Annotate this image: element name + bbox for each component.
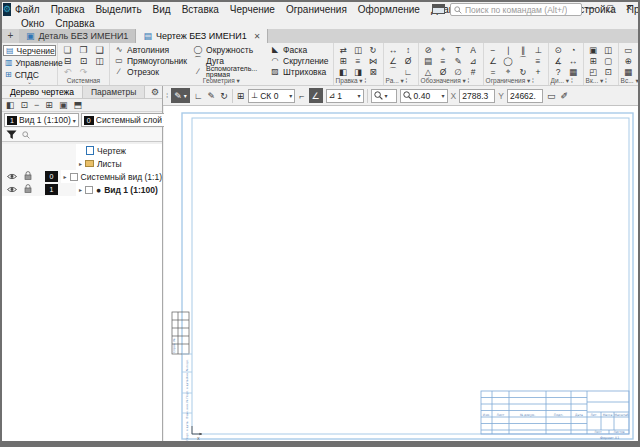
drag-handle-icon[interactable]: ⁞ <box>166 91 168 100</box>
ribbon-tool-icon[interactable]: ▦ <box>624 67 632 77</box>
menu-item-Окно[interactable]: Окно <box>21 18 44 29</box>
group-label[interactable]: Вк... ▾ ⁞ <box>584 77 618 85</box>
new-document-icon[interactable]: ❏ <box>63 45 71 55</box>
tree-row[interactable]: ▸Листы <box>2 157 162 170</box>
ribbon-tool-icon[interactable]: ⊠ <box>370 67 377 77</box>
gear-icon[interactable]: ⚙ <box>151 86 162 98</box>
document-tab[interactable]: ▤Чертеж БЕЗ ИМЕНИ1✕ <box>136 29 268 43</box>
ribbon-tool-icon[interactable]: ◫ <box>604 45 612 55</box>
expand-icon[interactable]: ▸ <box>79 160 82 167</box>
ribbon-tool-icon[interactable]: ≡ <box>356 56 361 66</box>
ribbon-tool-icon[interactable]: ↻ <box>370 45 377 55</box>
grid-icon[interactable]: ⊞ <box>236 91 246 101</box>
window-layout-icon[interactable] <box>432 4 445 14</box>
menu-item-Выделить[interactable]: Выделить <box>95 4 141 15</box>
menu-item-Справка[interactable]: Справка <box>55 18 94 29</box>
ribbon-tool-icon[interactable]: ∥ <box>521 45 525 55</box>
filter-icon[interactable] <box>6 130 17 140</box>
ribbon-tool-icon[interactable]: ∠ <box>389 56 397 66</box>
group-label[interactable]: Ди... ▾ ⁞ <box>549 77 583 85</box>
ribbon-tool-icon[interactable]: ✎ <box>455 56 462 66</box>
ribbon-tool-icon[interactable]: ∣ <box>506 45 510 55</box>
ribbon-tool-icon[interactable]: ? <box>556 67 561 77</box>
menu-item-Черчение[interactable]: Черчение <box>230 4 275 15</box>
ribbon-collapse-icon[interactable]: ⌄ <box>2 78 57 85</box>
ribbon-tool-icon[interactable]: ⊘ <box>425 45 432 55</box>
search-icon[interactable] <box>22 131 30 139</box>
tool-construction-line[interactable]: ∕Вспомогатель... прямая <box>191 66 266 77</box>
expand-all-icon[interactable]: ⊡ <box>21 100 29 110</box>
ribbon-tool-icon[interactable]: ⋈ <box>369 56 378 66</box>
expand-icon[interactable]: ▸ <box>64 173 67 180</box>
ribbon-tool-icon[interactable]: ◫ <box>354 45 362 55</box>
close-tab-icon[interactable]: ✕ <box>254 32 261 41</box>
ortho-mode-button[interactable]: ∠ <box>309 88 323 103</box>
group-icon[interactable]: ⊞ <box>45 100 53 110</box>
group-label[interactable]: Правка ▾ ⁞ <box>334 77 383 85</box>
ribbon-tool-icon[interactable]: Ø <box>405 56 412 66</box>
ribbon-tool-icon[interactable]: ↔ <box>569 56 578 66</box>
ribbon-tool-icon[interactable]: = <box>491 67 496 77</box>
line-style-icon[interactable]: − <box>34 100 39 110</box>
ribbon-tool-icon[interactable]: △ <box>425 67 432 77</box>
properties-icon[interactable]: ◫ <box>95 56 104 66</box>
ribbon-tab-Черчение[interactable]: ▤Черчение <box>3 45 56 56</box>
ribbon-tool-icon[interactable]: ▣ <box>589 45 597 55</box>
corner-mode-icon[interactable]: ⌐ <box>298 91 305 101</box>
ribbon-tool-icon[interactable]: ⊙ <box>555 45 562 55</box>
ribbon-tool-icon[interactable]: ↻ <box>520 67 527 77</box>
ribbon-tool-icon[interactable]: ⌒ <box>389 66 398 78</box>
frame-select-icon[interactable]: ▭ <box>546 91 557 101</box>
ribbon-tool-icon[interactable]: ≡ <box>536 56 541 66</box>
ribbon-tool-icon[interactable]: ◧ <box>339 67 347 77</box>
tree-item[interactable]: ▸Листы <box>76 159 122 169</box>
ribbon-tool-icon[interactable]: ◨ <box>354 67 362 77</box>
menu-item-Правка[interactable]: Правка <box>51 4 85 15</box>
ribbon-tool-icon[interactable]: ◯ <box>503 56 513 66</box>
layer-selector[interactable]: 0 Системный слой ▾ <box>81 113 170 127</box>
ribbon-tool-icon[interactable]: ◔ <box>571 45 576 55</box>
ribbon-tool-icon[interactable]: ∟ <box>404 67 412 77</box>
menu-item-Вставка[interactable]: Вставка <box>182 4 219 15</box>
ribbon-tool-icon[interactable]: ⌖ <box>506 66 511 77</box>
thumbnail-icon[interactable]: ▣ <box>59 100 68 110</box>
undo-icon[interactable]: ↶ <box>64 67 72 77</box>
tool-autoline[interactable]: ∿Автолиния <box>112 44 189 55</box>
ribbon-tool-icon[interactable]: ↔ <box>389 45 398 55</box>
menu-item-Оформление[interactable]: Оформление <box>358 4 420 15</box>
panel-tab-Дерево чертежа[interactable]: Дерево чертежа <box>2 86 83 98</box>
ribbon-tool-icon[interactable]: ∠ <box>489 56 497 66</box>
tree-row[interactable]: Чертеж <box>2 144 162 157</box>
angle-snap-icon[interactable]: ∟ <box>193 91 204 101</box>
tool-chamfer[interactable]: ◣Фаска <box>268 44 331 55</box>
print-icon[interactable]: ⊟ <box>64 56 72 66</box>
ribbon-tool-icon[interactable]: ▦ <box>569 67 577 77</box>
zoom-scale-select[interactable]: 0.40 ▾ <box>400 89 448 103</box>
point-snap-icon[interactable]: ✎ <box>207 91 217 101</box>
ribbon-tool-icon[interactable]: ⊿ <box>470 56 477 66</box>
coordinate-system-select[interactable]: ⊥ СК 0 ▾ <box>248 89 295 103</box>
ribbon-tool-icon[interactable]: ∅ <box>454 67 461 77</box>
save-icon[interactable]: ❑ <box>95 45 103 55</box>
line-width-select[interactable]: ⊿ 1 ▾ <box>326 89 364 103</box>
ribbon-tool-icon[interactable]: # <box>471 67 476 77</box>
new-tab-button[interactable]: + <box>4 30 17 43</box>
ribbon-tool-icon[interactable]: ⇄ <box>340 45 347 55</box>
ribbon-tool-icon[interactable]: A <box>470 45 476 55</box>
collapse-all-icon[interactable]: ◧ <box>6 100 15 110</box>
ribbon-tool-icon[interactable]: ▤ <box>424 56 432 66</box>
menu-item-Вид[interactable]: Вид <box>153 4 171 15</box>
view-selector[interactable]: 1 Вид 1 (1:100) ▾ <box>4 113 79 127</box>
rounding-icon[interactable]: ↻ <box>219 91 229 101</box>
tool-rectangle[interactable]: ▭Прямоугольник <box>112 55 189 66</box>
app-icon[interactable]: ⚙ <box>3 3 11 16</box>
x-coordinate-field[interactable]: 2788.3 <box>459 89 495 103</box>
expand-icon[interactable]: ▸ <box>79 186 82 193</box>
group-label[interactable]: Вс... ▾ ⁞ <box>619 77 640 85</box>
tree-item[interactable]: Чертеж <box>76 146 126 156</box>
eye-icon[interactable] <box>7 185 17 195</box>
ribbon-tool-icon[interactable]: ⊥ <box>534 45 541 55</box>
group-label[interactable]: Ограничения ▾ ⁞ <box>484 77 548 85</box>
zoom-tool-select[interactable]: ▾ <box>371 89 397 103</box>
tool-fillet[interactable]: ◠Скругление <box>268 55 331 66</box>
